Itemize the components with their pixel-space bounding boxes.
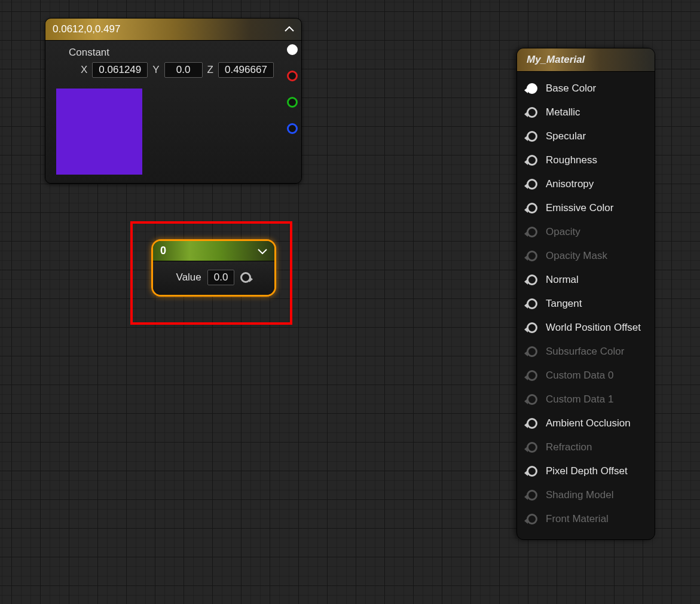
input-label: Ambient Occlusion bbox=[546, 417, 631, 429]
material-input-row[interactable]: Front Material bbox=[517, 507, 655, 531]
node-title: 0.0612,0,0.497 bbox=[53, 23, 120, 35]
output-pin-b[interactable] bbox=[287, 123, 298, 134]
input-label: Custom Data 1 bbox=[546, 393, 613, 405]
x-value-input[interactable]: 0.061249 bbox=[92, 62, 148, 78]
output-pins bbox=[287, 44, 298, 134]
input-pin[interactable] bbox=[527, 203, 537, 213]
input-pin[interactable] bbox=[527, 83, 537, 94]
x-axis-label: X bbox=[81, 64, 87, 76]
input-pin[interactable] bbox=[527, 442, 537, 453]
input-label: Pixel Depth Offset bbox=[546, 465, 628, 477]
material-input-row[interactable]: Base Color bbox=[517, 77, 655, 100]
input-label: Normal bbox=[546, 274, 579, 286]
material-input-row[interactable]: Specular bbox=[517, 124, 655, 148]
input-pin[interactable] bbox=[527, 346, 537, 357]
input-pin[interactable] bbox=[527, 251, 537, 261]
z-value-input[interactable]: 0.496667 bbox=[218, 62, 274, 78]
material-input-row[interactable]: Emissive Color bbox=[517, 196, 655, 220]
output-pin-g[interactable] bbox=[287, 97, 298, 108]
input-label: Shading Model bbox=[546, 489, 613, 501]
material-input-row[interactable]: Shading Model bbox=[517, 483, 655, 507]
input-pin[interactable] bbox=[527, 514, 537, 524]
expand-icon[interactable] bbox=[258, 248, 267, 254]
material-input-row[interactable]: Pixel Depth Offset bbox=[517, 459, 655, 483]
input-pin[interactable] bbox=[527, 394, 537, 405]
value-label: Value bbox=[176, 272, 201, 283]
input-label: Anisotropy bbox=[546, 178, 594, 190]
value-input[interactable]: 0.0 bbox=[207, 270, 235, 285]
input-pin[interactable] bbox=[527, 107, 537, 118]
material-inputs-list: Base ColorMetallicSpecularRoughnessAniso… bbox=[517, 72, 655, 539]
input-label: Roughness bbox=[546, 154, 597, 166]
z-axis-label: Z bbox=[207, 64, 213, 76]
input-pin[interactable] bbox=[527, 466, 537, 477]
node-body: Constant X 0.061249 Y 0.0 Z 0.496667 bbox=[45, 41, 301, 183]
input-label: Specular bbox=[546, 130, 586, 142]
input-label: World Position Offset bbox=[546, 322, 641, 334]
input-pin[interactable] bbox=[527, 490, 537, 501]
input-label: Subsurface Color bbox=[546, 346, 624, 358]
constant-label: Constant bbox=[69, 47, 293, 59]
y-axis-label: Y bbox=[152, 64, 159, 76]
input-pin[interactable] bbox=[527, 179, 537, 190]
node-title-bar[interactable]: 0.0612,0,0.497 bbox=[45, 19, 301, 41]
node-body: Value 0.0 bbox=[153, 261, 274, 295]
input-pin[interactable] bbox=[527, 298, 537, 309]
output-pin[interactable] bbox=[240, 272, 251, 283]
material-input-row[interactable]: Ambient Occlusion bbox=[517, 411, 655, 435]
input-pin[interactable] bbox=[527, 131, 537, 142]
material-input-row[interactable]: Custom Data 0 bbox=[517, 364, 655, 388]
input-pin[interactable] bbox=[527, 227, 537, 237]
material-input-row[interactable]: Metallic bbox=[517, 100, 655, 124]
material-input-row[interactable]: Opacity Mask bbox=[517, 244, 655, 268]
color-preview-swatch[interactable] bbox=[56, 89, 142, 175]
constant-3vector-node[interactable]: 0.0612,0,0.497 Constant X 0.061249 Y 0.0… bbox=[45, 18, 302, 184]
output-pin-r[interactable] bbox=[287, 71, 298, 81]
input-label: Refraction bbox=[546, 441, 592, 453]
material-input-row[interactable]: Refraction bbox=[517, 435, 655, 459]
input-pin[interactable] bbox=[527, 274, 537, 285]
output-pin-rgb[interactable] bbox=[287, 44, 298, 55]
y-value-input[interactable]: 0.0 bbox=[164, 62, 203, 78]
constant-scalar-node[interactable]: 0 Value 0.0 bbox=[151, 239, 276, 297]
material-input-row[interactable]: Normal bbox=[517, 268, 655, 292]
input-pin[interactable] bbox=[527, 370, 537, 381]
input-label: Opacity Mask bbox=[546, 250, 607, 262]
input-pin[interactable] bbox=[527, 418, 537, 429]
input-label: Base Color bbox=[546, 83, 596, 94]
material-input-row[interactable]: Roughness bbox=[517, 148, 655, 172]
input-label: Custom Data 0 bbox=[546, 370, 613, 382]
collapse-icon[interactable] bbox=[285, 26, 294, 32]
node-title[interactable]: My_Material bbox=[517, 48, 655, 72]
material-input-row[interactable]: Tangent bbox=[517, 292, 655, 316]
input-label: Front Material bbox=[546, 513, 609, 525]
input-label: Metallic bbox=[546, 106, 580, 118]
xyz-row: X 0.061249 Y 0.0 Z 0.496667 bbox=[81, 62, 293, 78]
material-input-row[interactable]: World Position Offset bbox=[517, 316, 655, 340]
input-pin[interactable] bbox=[527, 322, 537, 333]
node-title: 0 bbox=[160, 245, 166, 257]
input-label: Opacity bbox=[546, 226, 580, 238]
input-label: Emissive Color bbox=[546, 202, 613, 214]
node-title-bar[interactable]: 0 bbox=[153, 241, 274, 261]
material-input-row[interactable]: Custom Data 1 bbox=[517, 388, 655, 411]
material-input-row[interactable]: Anisotropy bbox=[517, 172, 655, 196]
input-pin[interactable] bbox=[527, 155, 537, 166]
material-input-row[interactable]: Subsurface Color bbox=[517, 340, 655, 364]
material-output-node[interactable]: My_Material Base ColorMetallicSpecularRo… bbox=[516, 48, 655, 540]
material-input-row[interactable]: Opacity bbox=[517, 220, 655, 244]
input-label: Tangent bbox=[546, 298, 582, 310]
